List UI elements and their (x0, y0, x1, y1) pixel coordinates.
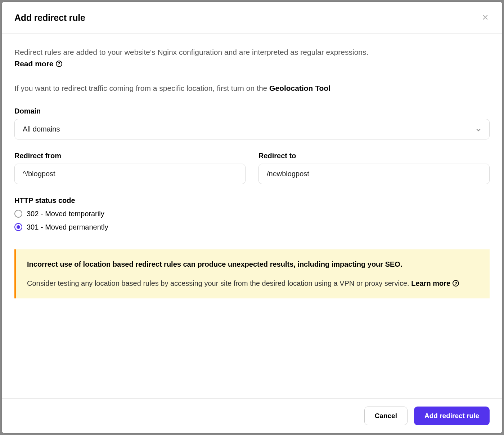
intro-description: Redirect rules are added to your website… (14, 46, 490, 58)
domain-selected-value: All domains (23, 125, 60, 133)
help-icon: ? (56, 61, 62, 67)
modal-footer: Cancel Add redirect rule (2, 398, 502, 433)
modal-title: Add redirect rule (14, 13, 85, 23)
warning-line-2: Consider testing any location based rule… (27, 278, 479, 289)
close-icon (482, 14, 488, 21)
warning-banner: Incorrect use of location based redirect… (14, 249, 490, 298)
radio-301[interactable]: 301 - Moved permanently (14, 223, 490, 231)
help-icon: ? (453, 280, 459, 287)
cancel-button[interactable]: Cancel (364, 407, 408, 425)
radio-302-label: 302 - Moved temporarily (27, 210, 104, 218)
warning-line-2-text: Consider testing any location based rule… (27, 279, 411, 287)
redirect-to-input[interactable] (258, 164, 490, 184)
radio-302[interactable]: 302 - Moved temporarily (14, 210, 490, 218)
modal-body: Redirect rules are added to your website… (2, 34, 502, 398)
radio-301-label: 301 - Moved permanently (27, 223, 108, 231)
radio-icon (14, 210, 22, 218)
http-status-field: HTTP status code 302 - Moved temporarily… (14, 196, 490, 231)
redirect-from-label: Redirect from (14, 152, 246, 160)
chevron-down-icon (476, 126, 481, 132)
redirect-from-input[interactable] (14, 164, 246, 184)
close-button[interactable] (481, 14, 490, 22)
domain-field: Domain All domains (14, 107, 490, 139)
modal-header: Add redirect rule (2, 2, 502, 34)
domain-label: Domain (14, 107, 490, 115)
read-more-link[interactable]: Read more ? (14, 59, 62, 68)
geolocation-hint-text: If you want to redirect traffic coming f… (14, 84, 269, 92)
redirect-from-field: Redirect from (14, 152, 246, 184)
redirect-to-label: Redirect to (258, 152, 490, 160)
geolocation-hint: If you want to redirect traffic coming f… (14, 84, 490, 93)
add-redirect-rule-button[interactable]: Add redirect rule (414, 407, 490, 425)
learn-more-label: Learn more (411, 278, 450, 289)
read-more-label: Read more (14, 59, 54, 68)
domain-select[interactable]: All domains (14, 119, 490, 139)
redirect-to-field: Redirect to (258, 152, 490, 184)
warning-line-1: Incorrect use of location based redirect… (27, 259, 479, 270)
add-redirect-rule-modal: Add redirect rule Redirect rules are add… (2, 2, 502, 433)
learn-more-link[interactable]: Learn more ? (411, 278, 459, 289)
http-status-label: HTTP status code (14, 196, 490, 205)
radio-icon (14, 223, 22, 231)
redirect-row: Redirect from Redirect to (14, 152, 490, 184)
geolocation-tool-link[interactable]: Geolocation Tool (269, 84, 330, 92)
